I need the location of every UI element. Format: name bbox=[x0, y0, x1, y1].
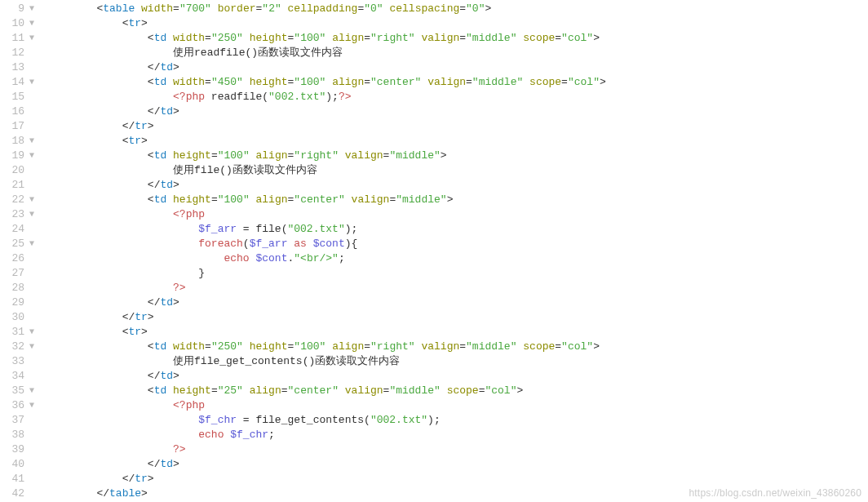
line-number[interactable]: 25▼ bbox=[0, 237, 38, 251]
fold-toggle-icon[interactable]: ▼ bbox=[28, 75, 36, 90]
line-number[interactable]: 39 bbox=[0, 442, 38, 457]
line-number[interactable]: 35▼ bbox=[0, 384, 38, 398]
code-line[interactable]: </td> bbox=[46, 178, 868, 193]
code-line[interactable]: echo $cont."<br/>"; bbox=[46, 251, 868, 266]
line-number[interactable]: 27 bbox=[0, 266, 38, 281]
code-token: "center" bbox=[294, 193, 344, 206]
fold-toggle-icon[interactable]: ▼ bbox=[28, 237, 36, 251]
code-line[interactable]: </tr> bbox=[46, 310, 868, 325]
code-area[interactable]: <table width="700" border="2" cellpaddin… bbox=[38, 2, 868, 501]
line-number[interactable]: 15 bbox=[0, 90, 38, 104]
code-token: ; bbox=[268, 429, 275, 441]
code-line[interactable]: 使用file()函数读取文件内容 bbox=[46, 163, 868, 178]
code-line[interactable]: </tr> bbox=[46, 472, 868, 486]
code-token: < bbox=[148, 32, 154, 44]
code-line[interactable]: <td height="100" align="right" valign="m… bbox=[46, 149, 868, 163]
code-line[interactable]: $f_arr = file("002.txt"); bbox=[46, 222, 868, 237]
line-number[interactable]: 28 bbox=[0, 281, 38, 295]
code-line[interactable]: <tr> bbox=[46, 16, 868, 31]
code-line[interactable]: ?> bbox=[46, 442, 868, 457]
line-number[interactable]: 14▼ bbox=[0, 75, 38, 90]
line-number[interactable]: 12 bbox=[0, 46, 38, 60]
code-line[interactable]: <td height="100" align="center" valign="… bbox=[46, 193, 868, 207]
line-number[interactable]: 10▼ bbox=[0, 16, 38, 31]
code-line[interactable]: <td width="250" height="100" align="righ… bbox=[46, 31, 868, 46]
code-line[interactable]: </tr> bbox=[46, 119, 868, 134]
code-token: "col" bbox=[561, 32, 593, 44]
code-line[interactable]: <td width="450" height="100" align="cent… bbox=[46, 75, 868, 90]
code-line[interactable]: </td> bbox=[46, 369, 868, 384]
line-number-value: 28 bbox=[11, 281, 24, 295]
code-line[interactable]: </td> bbox=[46, 104, 868, 119]
fold-toggle-icon[interactable]: ▼ bbox=[28, 193, 36, 207]
line-number[interactable]: 26 bbox=[0, 251, 38, 266]
line-number[interactable]: 20 bbox=[0, 163, 38, 178]
code-line[interactable]: </td> bbox=[46, 457, 868, 472]
line-number[interactable]: 32▼ bbox=[0, 340, 38, 354]
code-token: "25" bbox=[218, 384, 243, 397]
fold-toggle-icon[interactable]: ▼ bbox=[28, 31, 36, 46]
line-number[interactable]: 21 bbox=[0, 178, 38, 193]
line-number[interactable]: 23▼ bbox=[0, 207, 38, 222]
line-number-gutter[interactable]: 9▼10▼11▼121314▼15161718▼19▼202122▼23▼242… bbox=[0, 2, 38, 501]
line-number[interactable]: 37 bbox=[0, 413, 38, 428]
code-line[interactable]: 使用file_get_contents()函数读取文件内容 bbox=[46, 354, 868, 369]
code-token: "0" bbox=[364, 2, 383, 15]
code-line[interactable]: <?php readfile("002.txt");?> bbox=[46, 90, 868, 104]
fold-toggle-icon[interactable]: ▼ bbox=[28, 398, 36, 413]
code-token bbox=[243, 76, 250, 88]
fold-toggle-icon[interactable]: ▼ bbox=[28, 384, 36, 398]
code-line[interactable]: <table width="700" border="2" cellpaddin… bbox=[46, 2, 868, 16]
code-line[interactable]: </td> bbox=[46, 60, 868, 75]
line-number[interactable]: 16 bbox=[0, 104, 38, 119]
code-line[interactable]: <?php bbox=[46, 398, 868, 413]
line-number[interactable]: 34 bbox=[0, 369, 38, 384]
code-line[interactable]: <tr> bbox=[46, 134, 868, 149]
fold-toggle-icon[interactable]: ▼ bbox=[28, 207, 36, 222]
fold-toggle-icon[interactable]: ▼ bbox=[28, 2, 36, 16]
line-number[interactable]: 38 bbox=[0, 428, 38, 442]
code-line[interactable]: $f_chr = file_get_contents("002.txt"); bbox=[46, 413, 868, 428]
line-number[interactable]: 24 bbox=[0, 222, 38, 237]
line-number[interactable]: 11▼ bbox=[0, 31, 38, 46]
line-number-value: 38 bbox=[11, 428, 24, 442]
line-number[interactable]: 29 bbox=[0, 295, 38, 310]
line-number[interactable]: 13 bbox=[0, 60, 38, 75]
fold-toggle-icon[interactable]: ▼ bbox=[28, 16, 36, 31]
line-number-value: 26 bbox=[11, 251, 24, 266]
code-line[interactable]: foreach($f_arr as $cont){ bbox=[46, 237, 868, 251]
code-token: </ bbox=[148, 370, 161, 382]
code-line[interactable]: <td width="250" height="100" align="righ… bbox=[46, 340, 868, 354]
fold-toggle-icon[interactable]: ▼ bbox=[28, 340, 36, 354]
code-line[interactable]: echo $f_chr; bbox=[46, 428, 868, 442]
code-line[interactable]: } bbox=[46, 266, 868, 281]
code-token: table bbox=[109, 487, 141, 500]
line-number[interactable]: 18▼ bbox=[0, 134, 38, 149]
code-line[interactable]: ?> bbox=[46, 281, 868, 295]
code-line[interactable]: <?php bbox=[46, 207, 868, 222]
line-number[interactable]: 33 bbox=[0, 354, 38, 369]
line-number[interactable]: 17 bbox=[0, 119, 38, 134]
line-number[interactable]: 19▼ bbox=[0, 149, 38, 163]
code-line[interactable]: <tr> bbox=[46, 325, 868, 340]
fold-toggle-icon[interactable]: ▼ bbox=[28, 134, 36, 149]
line-number[interactable]: 36▼ bbox=[0, 398, 38, 413]
line-number[interactable]: 30 bbox=[0, 310, 38, 325]
code-editor[interactable]: 9▼10▼11▼121314▼15161718▼19▼202122▼23▼242… bbox=[0, 0, 868, 501]
line-number[interactable]: 40 bbox=[0, 457, 38, 472]
code-line[interactable]: </td> bbox=[46, 295, 868, 310]
code-token: "002.txt" bbox=[370, 414, 427, 426]
code-line[interactable]: <td height="25" align="center" valign="m… bbox=[46, 384, 868, 398]
line-number-value: 34 bbox=[11, 369, 24, 384]
code-token: $f_chr bbox=[198, 414, 237, 426]
line-number-value: 22 bbox=[11, 193, 24, 207]
line-number[interactable]: 41 bbox=[0, 472, 38, 486]
fold-toggle-icon[interactable]: ▼ bbox=[28, 325, 36, 340]
line-number[interactable]: 22▼ bbox=[0, 193, 38, 207]
line-number[interactable]: 42 bbox=[0, 486, 38, 501]
code-line[interactable]: 使用readfile()函数读取文件内容 bbox=[46, 46, 868, 60]
code-token: > bbox=[485, 2, 491, 15]
line-number[interactable]: 9▼ bbox=[0, 2, 38, 16]
line-number[interactable]: 31▼ bbox=[0, 325, 38, 340]
fold-toggle-icon[interactable]: ▼ bbox=[28, 149, 36, 163]
